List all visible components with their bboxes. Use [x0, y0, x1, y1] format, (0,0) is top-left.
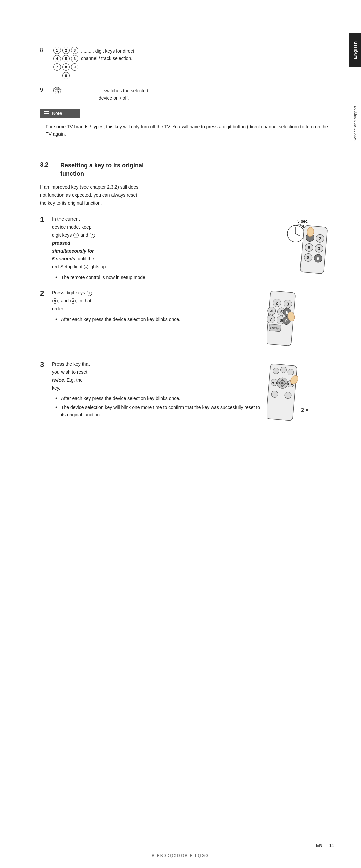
svg-text:8: 8	[306, 255, 309, 260]
step-1-number: 1	[40, 215, 52, 224]
key-2: 2	[62, 47, 69, 54]
section-8-description: .......... digit keys for directchannel …	[81, 47, 134, 62]
steps-container: 1 In the currentdevice mode, keepdigit k…	[40, 215, 334, 428]
corner-mark-tr	[344, 7, 354, 17]
step2-key-0: 0	[87, 291, 92, 296]
svg-text:5: 5	[307, 245, 310, 251]
step-1-image: 5 sec.	[267, 215, 334, 276]
svg-text:3: 3	[287, 302, 290, 307]
main-content: 8 1 2 3 4 5 6 7 8 9	[40, 20, 334, 428]
step-2-bullet-1: • After each key press the device select…	[56, 316, 264, 323]
footer-page-num: 11	[329, 843, 334, 848]
step-3-number: 3	[40, 360, 52, 369]
corner-mark-bl	[7, 851, 17, 861]
note-icon-line-1	[44, 111, 50, 112]
remote-svg-2: ENTER 2 3 4 5	[267, 289, 331, 352]
step-2-bullets: • After each key press the device select…	[56, 316, 264, 323]
side-tab-service: Service and support	[349, 94, 361, 154]
step-3-bullet-2: • The device selection key will blink on…	[56, 404, 264, 418]
remote-partial-1: 1 2 3 5	[300, 225, 328, 274]
section-32-num: 3.2	[40, 161, 60, 178]
key-9: 9	[71, 63, 78, 71]
step-3-bullet-1: • After each key press the device select…	[56, 395, 264, 402]
step2-key-9: 9	[53, 298, 58, 304]
step-2-content: Press digit keys 0, 9, and 4, in thatord…	[52, 289, 334, 353]
svg-text:◄◄: ◄◄	[271, 380, 278, 385]
note-text: For some TV brands / types, this key wil…	[46, 124, 328, 137]
section-32-title: Resetting a key to its originalfunction	[60, 161, 144, 178]
step1-key-1: 1	[73, 232, 79, 238]
note-box: For some TV brands / types, this key wil…	[40, 118, 334, 143]
step2-key-4: 4	[70, 298, 76, 304]
svg-rect-5	[300, 225, 328, 274]
corner-mark-br	[344, 851, 354, 861]
svg-text:3: 3	[318, 246, 321, 251]
setup-light-icon: ●	[84, 265, 88, 269]
svg-text:7: 7	[269, 317, 272, 322]
step-1-bullet-1: • The remote control is now in setup mod…	[56, 274, 264, 281]
remote-partial-3: ◄◄ ►►	[267, 364, 301, 421]
note-header: Note	[40, 108, 80, 118]
key-row-3: 7 8 9	[54, 63, 78, 71]
step-1-with-image: In the currentdevice mode, keepdigit key…	[52, 215, 334, 282]
step-3-bullet-1-text: After each key press the device selectio…	[61, 395, 181, 402]
svg-text:2: 2	[318, 236, 321, 241]
note-icon-line-3	[44, 115, 50, 115]
page-footer: EN 11	[40, 843, 334, 848]
key-4: 4	[54, 55, 61, 62]
section-8-dots: ..........	[81, 49, 94, 54]
corner-mark-tl	[7, 7, 17, 17]
intro-text: If an improved key (see chapter 2.3.2) s…	[40, 183, 334, 207]
key-row-2: 4 5 6	[54, 55, 78, 62]
power-label-text: POWER	[53, 88, 61, 90]
step-2-image: ENTER 2 3 4 5	[267, 289, 334, 353]
step-3-text: Press the key thatyou wish to reset twic…	[52, 360, 264, 420]
section-8-item: 8 1 2 3 4 5 6 7 8 9	[40, 47, 334, 80]
key-row-0: 0	[54, 72, 78, 79]
key-1: 1	[54, 47, 61, 54]
section-8-wrapper: 1 2 3 4 5 6 7 8 9 0	[54, 47, 134, 80]
step-2-bullet-text: After each key press the device selectio…	[61, 316, 181, 323]
step-2-with-image: Press digit keys 0, 9, and 4, in thatord…	[52, 289, 334, 353]
footer-en: EN	[316, 843, 322, 848]
hr-divider	[40, 153, 334, 153]
power-key-icon: POWER ⏻	[54, 87, 61, 94]
section-32-heading-wrapper: 3.2 Resetting a key to its originalfunct…	[40, 161, 334, 178]
key-3: 3	[71, 47, 78, 54]
step-2-number: 2	[40, 289, 52, 298]
step-2: 2 Press digit keys 0, 9, and 4, in thato…	[40, 289, 334, 353]
note-icon	[44, 111, 50, 115]
key-7: 7	[54, 63, 61, 71]
step-1: 1 In the currentdevice mode, keepdigit k…	[40, 215, 334, 282]
step1-key-6: 6	[90, 232, 95, 238]
section-9-number: 9	[40, 86, 54, 93]
step-1-bullets: • The remote control is now in setup mod…	[56, 274, 264, 281]
note-section: Note For some TV brands / types, this ke…	[40, 108, 334, 143]
svg-text:6: 6	[317, 256, 320, 261]
step-1-content: In the currentdevice mode, keepdigit key…	[52, 215, 334, 282]
timer-label: 5 sec.	[298, 219, 308, 223]
step-2-text: Press digit keys 0, 9, and 4, in thatord…	[52, 289, 264, 324]
power-symbol: ⏻	[56, 90, 59, 94]
section-8-number: 8	[40, 47, 54, 54]
svg-text:2: 2	[276, 301, 279, 306]
section-9-description: ............................... switches…	[62, 86, 148, 102]
step-3-with-image: Press the key thatyou wish to reset twic…	[52, 360, 334, 428]
step-1-bullet-text: The remote control is now in setup mode.	[61, 274, 147, 281]
2x-label: 2 ×	[301, 407, 308, 413]
svg-text:9: 9	[285, 318, 288, 323]
bottom-code: B BB0DQXDOB B LQGG	[152, 853, 209, 858]
key-5: 5	[62, 55, 69, 62]
side-tab-english: English	[349, 33, 361, 67]
note-icon-line-2	[44, 113, 50, 114]
remote-svg-1: 5 sec.	[267, 215, 331, 275]
key-row-1: 1 2 3	[54, 47, 78, 54]
section-9-wrapper: POWER ⏻ ............................... …	[54, 86, 148, 102]
remote-svg-3: ◄◄ ►►	[267, 360, 331, 427]
step-3-bullets: • After each key press the device select…	[56, 395, 264, 418]
step-3: 3 Press the key thatyou wish to reset tw…	[40, 360, 334, 428]
key-6: 6	[71, 55, 78, 62]
step-3-bullet-2-text: The device selection key will blink one …	[61, 404, 264, 418]
step-3-content: Press the key thatyou wish to reset twic…	[52, 360, 334, 428]
section-9-dots: ...............................	[62, 88, 102, 93]
